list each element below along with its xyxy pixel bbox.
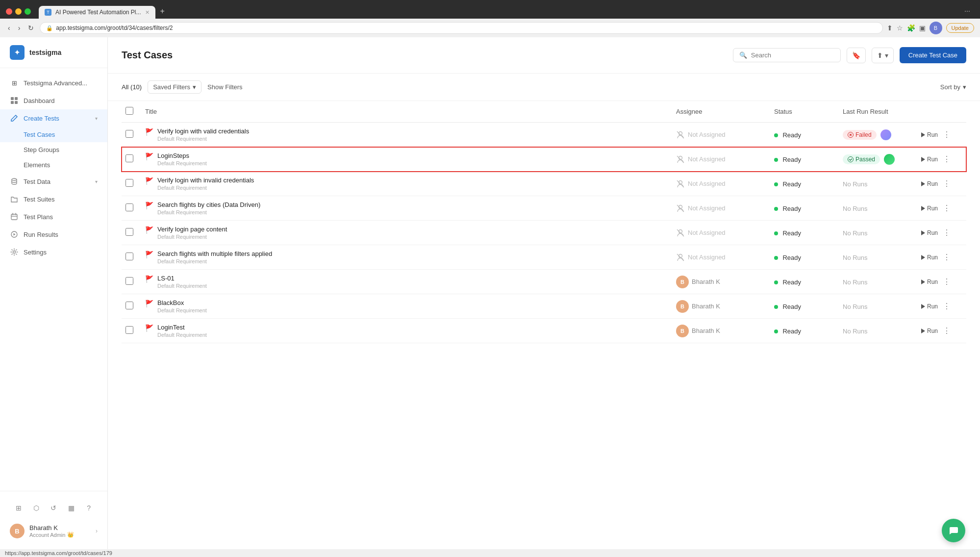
sidebar-item-test-suites[interactable]: Test Suites xyxy=(0,190,107,208)
select-all-checkbox[interactable] xyxy=(126,107,133,115)
run-button[interactable]: Run xyxy=(921,254,938,261)
sidebar-item-step-groups[interactable]: Step Groups xyxy=(0,142,107,157)
more-options-button[interactable]: ⋮ xyxy=(940,276,954,287)
bookmark-button[interactable]: 🔖 xyxy=(847,48,866,63)
sidebar-item-elements[interactable]: Elements xyxy=(0,157,107,173)
run-button[interactable]: Run xyxy=(921,328,938,334)
test-case-title[interactable]: Search flights by cities (Data Driven) xyxy=(157,201,260,208)
help-icon[interactable]: ? xyxy=(82,501,96,515)
row-checkbox[interactable] xyxy=(126,130,133,138)
sidebar-item-dashboard[interactable]: Dashboard xyxy=(0,92,107,109)
sidebar-item-test-data[interactable]: Test Data ▾ xyxy=(0,173,107,190)
search-input[interactable] xyxy=(751,51,834,59)
more-options-button[interactable]: ⋮ xyxy=(940,153,954,165)
url-bar[interactable]: 🔒 app.testsigma.com/groot/td/34/cases/fi… xyxy=(40,22,882,34)
browser-chrome: T AI Powered Test Automation Pl... ✕ + ⋯ xyxy=(0,0,980,19)
share-icon[interactable]: ⬆ xyxy=(887,24,893,32)
not-assigned-text: Not Assigned xyxy=(688,180,726,187)
chat-button[interactable] xyxy=(942,519,965,542)
row-checkbox[interactable] xyxy=(126,203,133,211)
active-tab[interactable]: T AI Powered Test Automation Pl... ✕ xyxy=(39,6,155,19)
filter-all[interactable]: All (10) xyxy=(122,81,142,93)
profile-icon[interactable]: B xyxy=(930,22,942,34)
puzzle-icon[interactable]: ⬡ xyxy=(29,501,43,515)
create-test-case-button[interactable]: Create Test Case xyxy=(900,47,966,63)
run-label: Run xyxy=(927,278,938,285)
status-cell: Ready xyxy=(774,130,835,139)
test-case-title[interactable]: LoginSteps xyxy=(157,152,207,159)
star-icon[interactable]: ☆ xyxy=(897,24,903,32)
more-options-button[interactable]: ⋮ xyxy=(940,203,954,214)
update-button[interactable]: Update xyxy=(946,23,974,33)
sidebar-item-test-cases[interactable]: Test Cases xyxy=(0,127,107,142)
traffic-lights xyxy=(6,8,31,15)
more-options-button[interactable]: ⋮ xyxy=(940,178,954,189)
user-name: Bharath K xyxy=(29,524,91,532)
more-options-button[interactable]: ⋮ xyxy=(940,301,954,312)
test-case-title[interactable]: BlackBox xyxy=(157,299,207,306)
svg-rect-5 xyxy=(11,214,17,220)
more-options-button[interactable]: ⋮ xyxy=(940,129,954,140)
more-options-button[interactable]: ⋮ xyxy=(940,227,954,238)
lock-icon: 🔒 xyxy=(46,25,53,31)
run-button[interactable]: Run xyxy=(921,156,938,163)
test-case-subtitle: Default Requirement xyxy=(157,234,227,240)
close-button[interactable] xyxy=(6,8,12,15)
run-button[interactable]: Run xyxy=(921,303,938,310)
row-checkbox[interactable] xyxy=(126,277,133,285)
sidebar-item-run-results[interactable]: Run Results xyxy=(0,226,107,243)
user-info[interactable]: B Bharath K Account Admin 👑 › xyxy=(0,519,107,543)
test-case-title[interactable]: Search flights with multiple filters app… xyxy=(157,250,272,257)
sidebar-item-create-tests[interactable]: Create Tests ▾ xyxy=(0,109,107,127)
row-checkbox[interactable] xyxy=(126,228,133,236)
table-row: 🚩 LoginSteps Default Requirement Not Ass… xyxy=(122,147,966,172)
flag-icon: 🚩 xyxy=(145,226,153,234)
sidebar-item-test-plans[interactable]: Test Plans xyxy=(0,208,107,226)
row-checkbox[interactable] xyxy=(126,302,133,309)
tab-close-icon[interactable]: ✕ xyxy=(145,9,150,16)
run-button[interactable]: Run xyxy=(921,180,938,187)
grid-bottom-icon[interactable]: ⊞ xyxy=(12,501,25,515)
user-slash-icon xyxy=(676,179,685,188)
back-button[interactable]: ‹ xyxy=(6,23,12,33)
assignee-cell: B Bharath K xyxy=(676,325,766,337)
row-checkbox[interactable] xyxy=(126,253,133,260)
saved-filters-button[interactable]: Saved Filters ▾ xyxy=(148,80,201,94)
test-case-title[interactable]: Verify login page content xyxy=(157,226,227,233)
sidebar-bottom-icons: ⊞ ⬡ ↺ ▦ ? xyxy=(0,497,107,519)
sidebar-toggle-icon[interactable]: ▣ xyxy=(919,24,926,32)
run-button[interactable]: Run xyxy=(921,229,938,236)
test-case-subtitle: Default Requirement xyxy=(157,307,207,313)
create-tests-label: Create Tests xyxy=(24,115,90,122)
run-label: Run xyxy=(927,205,938,212)
sidebar-item-settings[interactable]: Settings xyxy=(0,243,107,261)
minimize-button[interactable] xyxy=(15,8,22,15)
test-case-title[interactable]: Verify login with invalid credentials xyxy=(157,177,254,184)
show-filters-button[interactable]: Show Filters xyxy=(207,81,243,93)
sidebar-item-grid[interactable]: ⊞ Testsigma Advanced... xyxy=(0,74,107,92)
test-case-title[interactable]: LoginTest xyxy=(157,324,207,331)
fullscreen-button[interactable] xyxy=(25,8,31,15)
more-options-button[interactable]: ⋮ xyxy=(940,325,954,336)
sort-by-button[interactable]: Sort by ▾ xyxy=(940,83,966,91)
search-bar[interactable]: 🔍 xyxy=(733,48,841,62)
run-button[interactable]: Run xyxy=(921,205,938,212)
refresh-icon[interactable]: ↺ xyxy=(47,501,60,515)
more-options-button[interactable]: ⋮ xyxy=(940,252,954,263)
export-button[interactable]: ⬆ ▾ xyxy=(872,48,894,63)
run-button[interactable]: Run xyxy=(921,278,938,285)
row-checkbox[interactable] xyxy=(126,179,133,187)
test-case-title[interactable]: Verify login with valid credentials xyxy=(157,127,249,135)
svg-line-19 xyxy=(677,205,684,212)
refresh-button[interactable]: ↻ xyxy=(26,23,36,33)
calendar-bottom-icon[interactable]: ▦ xyxy=(64,501,78,515)
row-checkbox[interactable] xyxy=(126,154,133,162)
test-plans-label: Test Plans xyxy=(24,213,98,221)
row-checkbox[interactable] xyxy=(126,326,133,334)
run-button[interactable]: Run xyxy=(921,131,938,138)
extensions-icon[interactable]: 🧩 xyxy=(907,24,915,32)
window-controls[interactable]: ⋯ xyxy=(964,8,974,15)
test-case-title[interactable]: LS-01 xyxy=(157,275,207,282)
forward-button[interactable]: › xyxy=(16,23,23,33)
new-tab-button[interactable]: + xyxy=(155,4,170,19)
